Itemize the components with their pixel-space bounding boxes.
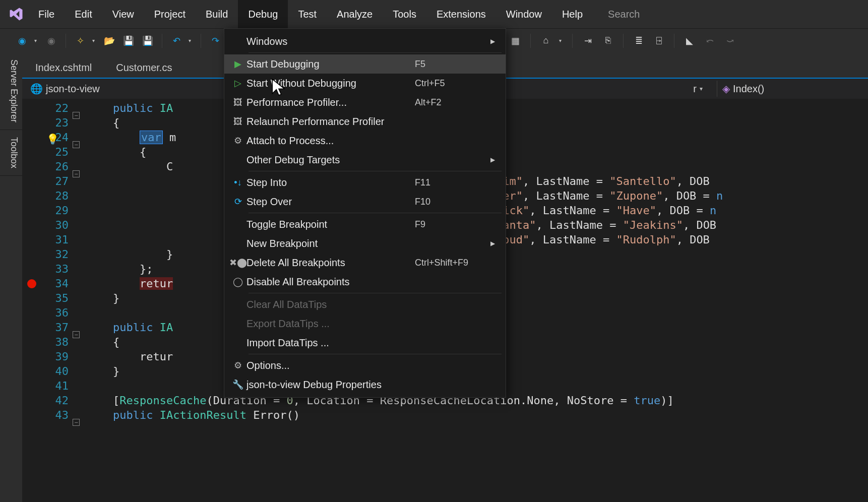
menu-step-into[interactable]: •↓ Step Into F11 [224,173,506,192]
step-into-icon: •↓ [229,177,246,188]
side-server-explorer[interactable]: Server Explorer [0,52,22,130]
menu-separator [249,171,502,171]
menu-start-without-debugging[interactable]: ▷ Start Without Debugging Ctrl+F5 [224,74,506,93]
redo-icon[interactable]: ↷ [208,34,222,48]
chevron-down-icon: ▾ [700,85,710,92]
menu-search[interactable]: Search [603,9,868,20]
toolbar-drop[interactable]: ▾ [559,38,564,43]
breakpoint-icon[interactable] [27,279,36,288]
submenu-arrow-icon: ▶ [490,240,498,247]
wrench-icon: 🔧 [229,379,246,390]
toolbar-icon[interactable]: ⇥ [581,34,595,48]
nav-back-drop[interactable]: ▾ [34,38,39,43]
debug-menu-dropdown: Windows▶ ▶ Start Debugging F5 ▷ Start Wi… [224,28,506,398]
menu-extensions[interactable]: Extensions [426,0,496,28]
vs-logo-icon [4,0,28,28]
toolbar-separator [162,34,162,48]
gear-icon: ⚙ [229,135,246,146]
delete-breakpoints-icon: ✖⬤ [229,257,246,268]
profiler-icon: 🖾 [229,97,246,108]
toolbar-separator [572,34,573,48]
nav-project-label: json-to-view [46,83,100,95]
menu-tools[interactable]: Tools [383,0,426,28]
nav-middle-label: r [693,83,697,95]
bookmark-icon[interactable]: ◣ [683,34,697,48]
menu-separator [249,354,502,354]
toolbar-separator [674,34,674,48]
nav-back-icon[interactable]: ◉ [15,34,29,48]
toolbar-icon[interactable]: ⌂ [539,34,553,48]
toolbar-separator [623,34,624,48]
menu-view[interactable]: View [102,0,144,28]
fold-toggle[interactable]: − [73,112,80,119]
save-all-icon[interactable]: 💾 [141,34,155,48]
open-folder-icon[interactable]: 📂 [102,34,116,48]
menu-analyze[interactable]: Analyze [327,0,383,28]
menu-debug-properties[interactable]: 🔧 json-to-view Debug Properties [224,375,506,394]
menu-attach-process[interactable]: ⚙ Attach to Process... [224,131,506,150]
toolbar-icon[interactable]: ⍈ [652,34,666,48]
method-icon: ◈ [722,83,730,95]
tab-index-cshtml[interactable]: Index.cshtml [26,56,107,78]
menu-export-datatips: Export DataTips ... [224,314,506,333]
menu-separator [249,52,502,53]
menu-help[interactable]: Help [552,0,593,28]
menu-new-breakpoint[interactable]: New Breakpoint ▶ [224,234,506,253]
nav-member-label: Index() [733,83,764,95]
fold-toggle[interactable]: − [73,170,80,177]
menu-delete-all-breakpoints[interactable]: ✖⬤ Delete All Breakpoints Ctrl+Shift+F9 [224,253,506,272]
menu-test[interactable]: Test [288,0,327,28]
tab-customer-cs[interactable]: Customer.cs [107,56,187,78]
toolbar-icon[interactable]: ⎘ [601,34,615,48]
menu-clear-datatips: Clear All DataTips [224,295,506,314]
side-toolbox[interactable]: Toolbox [0,130,22,176]
menu-separator [249,293,502,293]
menu-bar: File Edit View Project Build Debug Test … [0,0,868,28]
nav-forward-icon[interactable]: ◉ [44,34,58,48]
menu-relaunch-profiler[interactable]: 🖾 Relaunch Performance Profiler [224,112,506,131]
fold-toggle[interactable]: − [73,141,80,148]
profiler-icon: 🖾 [229,116,246,127]
menu-options[interactable]: ⚙ Options... [224,356,506,375]
menu-project[interactable]: Project [144,0,196,28]
toolbar-icon[interactable]: ≣ [632,34,646,48]
globe-icon: 🌐 [30,83,43,95]
fold-toggle[interactable]: − [73,331,80,338]
menu-performance-profiler[interactable]: 🖾 Performance Profiler... Alt+F2 [224,93,506,112]
menu-start-debugging[interactable]: ▶ Start Debugging F5 [224,54,506,74]
side-toolwindow-strip: Server Explorer Toolbox [0,52,22,502]
undo-drop[interactable]: ▾ [189,38,194,43]
menu-windows[interactable]: Windows▶ [224,32,506,51]
new-item-icon[interactable]: ✧ [73,34,87,48]
nav-member-scope[interactable]: ◈ Index() [717,81,868,97]
toolbar-separator [201,34,201,48]
undo-icon[interactable]: ↶ [169,34,183,48]
menu-window[interactable]: Window [496,0,552,28]
play-outline-icon: ▷ [229,78,246,89]
menu-toggle-breakpoint[interactable]: Toggle Breakpoint F9 [224,215,506,234]
submenu-arrow-icon: ▶ [490,38,498,45]
toolbar-icon[interactable]: ⤺ [703,34,717,48]
toolbar-icon[interactable]: ⤻ [723,34,737,48]
menu-step-over[interactable]: ⟳ Step Over F10 [224,192,506,211]
menu-import-datatips[interactable]: Import DataTips ... [224,333,506,352]
menu-build[interactable]: Build [196,0,238,28]
new-item-drop[interactable]: ▾ [92,38,97,43]
fold-toggle[interactable]: − [73,419,80,426]
play-icon: ▶ [229,58,246,70]
menu-disable-all-breakpoints[interactable]: ◯ Disable All Breakpoints [224,272,506,291]
toolbar-separator [66,34,66,48]
line-number: 22 [22,101,73,115]
menu-separator [249,213,502,213]
nav-middle-field[interactable]: r ▾ [689,81,714,97]
submenu-arrow-icon: ▶ [490,156,498,163]
menu-file[interactable]: File [28,0,65,28]
disable-breakpoints-icon: ◯ [229,276,246,287]
menu-debug[interactable]: Debug [238,0,288,28]
menu-edit[interactable]: Edit [65,0,102,28]
save-icon[interactable]: 💾 [121,34,136,48]
toolbar-icon[interactable]: ▦ [508,34,522,48]
nav-project-scope[interactable]: 🌐 json-to-view [26,81,104,97]
gear-icon: ⚙ [229,360,246,371]
menu-other-debug-targets[interactable]: Other Debug Targets ▶ [224,150,506,169]
